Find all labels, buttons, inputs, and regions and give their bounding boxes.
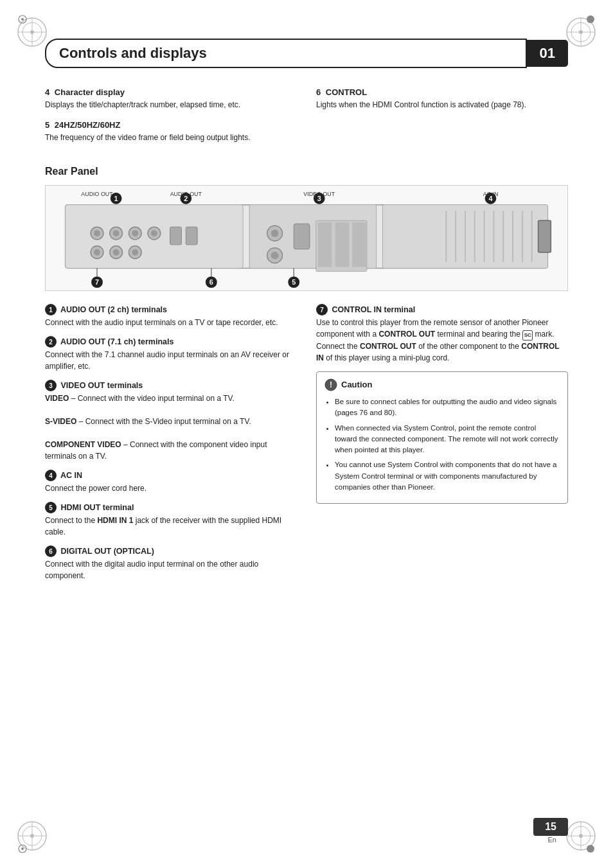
section5-heading: 5 24HZ/50HZ/60HZ: [45, 120, 297, 130]
svg-point-46: [271, 229, 279, 237]
top-left-col: 4 Character display Displays the title/c…: [45, 87, 297, 153]
svg-point-25: [587, 845, 594, 853]
caution-item-1: Be sure to connect cables for outputting…: [335, 396, 560, 419]
svg-rect-52: [335, 222, 349, 267]
svg-rect-43: [186, 227, 197, 245]
section6-heading: 6 CONTROL: [316, 87, 568, 97]
svg-point-31: [113, 230, 120, 236]
svg-point-33: [132, 230, 138, 236]
item7-heading: 7 CONTROL IN terminal: [316, 304, 568, 315]
section5-body: The frequency of the video frame or fiel…: [45, 132, 297, 143]
item6-heading: 6 DIGITAL OUT (OPTICAL): [45, 545, 297, 557]
item2-heading: 2 AUDIO OUT (7.1 ch) terminals: [45, 336, 297, 348]
item5-heading: 5 HDMI OUT terminal: [45, 502, 297, 513]
svg-rect-51: [318, 222, 332, 267]
caution-item-3: You cannot use System Control with compo…: [335, 459, 560, 493]
item3-body: VIDEO – Connect with the video input ter…: [45, 393, 297, 462]
caution-box: ! Caution Be sure to connect cables for …: [316, 371, 568, 504]
page-number: 15: [533, 818, 568, 836]
bottom-left-col: 1 AUDIO OUT (2 ch) terminals Connect wit…: [45, 304, 297, 589]
item2-body: Connect with the 7.1 channel audio input…: [45, 349, 297, 372]
svg-text:5: 5: [292, 278, 296, 286]
svg-text:!: !: [330, 380, 332, 389]
section4-heading: 4 Character display: [45, 87, 297, 97]
device-diagram: 1 2 3 4 5 6 7 AUDIO OUT AUDIO OUT: [45, 185, 568, 291]
svg-point-11: [579, 30, 583, 34]
svg-text:7: 7: [95, 278, 99, 286]
item4-body: Connect the power cord here.: [45, 483, 297, 494]
svg-point-39: [113, 249, 120, 256]
page: Controls and displays 01 4 Character dis…: [0, 0, 613, 868]
svg-point-4: [30, 30, 34, 34]
chapter-number: 01: [527, 40, 568, 67]
top-two-col: 4 Character display Displays the title/c…: [45, 87, 568, 153]
header-bar: Controls and displays 01: [45, 39, 568, 68]
svg-point-35: [151, 230, 157, 236]
svg-rect-42: [170, 227, 182, 245]
svg-point-29: [94, 230, 100, 236]
svg-text:AC IN: AC IN: [483, 191, 499, 197]
item3-heading: 3 VIDEO OUT terminals: [45, 380, 297, 391]
svg-text:6: 6: [209, 278, 213, 286]
svg-rect-49: [294, 224, 310, 249]
svg-rect-65: [538, 220, 551, 252]
svg-point-17: [30, 834, 34, 838]
svg-rect-53: [352, 222, 366, 267]
caution-icon: !: [324, 378, 337, 391]
corner-decoration-bl: [13, 817, 51, 855]
section4-body: Displays the title/chapter/track number,…: [45, 99, 297, 111]
bottom-two-col: 1 AUDIO OUT (2 ch) terminals Connect wit…: [45, 304, 568, 589]
svg-point-48: [271, 252, 279, 260]
svg-text:AUDIO OUT: AUDIO OUT: [81, 191, 113, 197]
section6-body: Lights when the HDMI Control function is…: [316, 99, 568, 111]
title-text: Controls and displays: [59, 45, 207, 61]
item4-heading: 4 AC IN: [45, 470, 297, 481]
caution-item-2: When connected via System Control, point…: [335, 423, 560, 456]
svg-text:VIDEO OUT: VIDEO OUT: [303, 191, 335, 197]
page-title: Controls and displays: [45, 39, 527, 68]
svg-point-41: [132, 249, 138, 256]
item5-body: Connect to the HDMI IN 1 jack of the rec…: [45, 515, 297, 538]
caution-title: ! Caution: [324, 378, 560, 391]
svg-point-37: [94, 249, 100, 256]
rear-panel-title: Rear Panel: [45, 166, 568, 177]
item1-heading: 1 AUDIO OUT (2 ch) terminals: [45, 304, 297, 315]
svg-point-24: [579, 834, 583, 838]
item7-body: Use to control this player from the remo…: [316, 317, 568, 364]
svg-point-12: [587, 15, 594, 23]
svg-text:AUDIO OUT: AUDIO OUT: [170, 191, 202, 197]
item6-body: Connect with the digital audio input ter…: [45, 558, 297, 581]
svg-point-19: [21, 847, 24, 850]
page-lang: En: [548, 836, 556, 844]
item1-body: Connect with the audio input terminals o…: [45, 317, 297, 328]
caution-list: Be sure to connect cables for outputting…: [324, 396, 560, 493]
svg-text:1: 1: [114, 195, 118, 202]
bottom-right-col: 7 CONTROL IN terminal Use to control thi…: [316, 304, 568, 589]
svg-point-6: [21, 18, 24, 21]
top-right-col: 6 CONTROL Lights when the HDMI Control f…: [316, 87, 568, 153]
